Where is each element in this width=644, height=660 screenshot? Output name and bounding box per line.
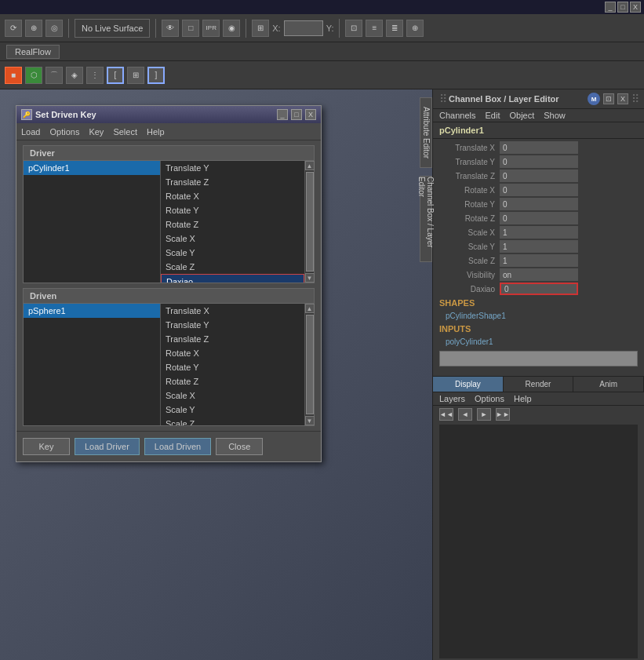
- driven-attr-list[interactable]: Translate X Translate Y Translate Z Rota…: [161, 304, 304, 425]
- key-button[interactable]: Key: [23, 438, 70, 455]
- tab-display[interactable]: Display: [433, 377, 504, 392]
- layer-icon-4[interactable]: ►►: [496, 408, 510, 421]
- driver-attr-rotate-x[interactable]: Rotate X: [161, 189, 304, 203]
- toolbar-icon-select[interactable]: ■: [5, 67, 22, 84]
- toolbar-icon-3[interactable]: ◎: [45, 20, 63, 37]
- layer-icon-1[interactable]: ◄◄: [439, 408, 453, 421]
- driven-attr-translate-x[interactable]: Translate X: [161, 304, 304, 318]
- driver-object-list[interactable]: pCylinder1: [24, 161, 161, 283]
- tab-render[interactable]: Render: [504, 377, 574, 392]
- driven-scroll-up[interactable]: ▲: [305, 304, 315, 313]
- sdk-menu-help[interactable]: Help: [147, 127, 165, 137]
- channel-rotate-x-value[interactable]: [500, 184, 578, 196]
- toolbar-icon-right3[interactable]: ≣: [386, 20, 403, 37]
- driver-attr-translate-y[interactable]: Translate Y: [161, 161, 304, 175]
- toolbar-icon-anim[interactable]: ⊞: [127, 67, 144, 84]
- toolbar-icon-right4[interactable]: ⊕: [406, 20, 424, 37]
- driver-attr-rotate-y[interactable]: Rotate Y: [161, 203, 304, 217]
- layers-menu-help[interactable]: Help: [514, 394, 532, 403]
- driver-attr-rotate-z[interactable]: Rotate Z: [161, 217, 304, 232]
- driver-object-item[interactable]: pCylinder1: [24, 161, 160, 175]
- toolbar-icon-ipr[interactable]: IPR: [202, 20, 220, 37]
- channel-scale-x-value[interactable]: [500, 226, 578, 239]
- channel-daxiao-value[interactable]: [500, 283, 578, 295]
- close-button[interactable]: X: [630, 2, 641, 13]
- cb-menu-edit[interactable]: Edit: [485, 111, 500, 120]
- driver-attr-scale-y[interactable]: Scale Y: [161, 246, 304, 260]
- toolbar-icon-nurbs[interactable]: ⌒: [45, 67, 63, 84]
- driven-attr-scale-x[interactable]: Scale X: [161, 388, 304, 403]
- channel-scale-z-value[interactable]: [500, 254, 578, 267]
- minimize-button[interactable]: _: [605, 2, 616, 13]
- driven-attr-rotate-y[interactable]: Rotate Y: [161, 360, 304, 374]
- sdk-minimize-button[interactable]: _: [277, 109, 288, 120]
- sdk-menu-select[interactable]: Select: [113, 127, 137, 137]
- toolbar-icon-right2[interactable]: ≡: [366, 20, 383, 37]
- driver-attr-translate-z[interactable]: Translate Z: [161, 175, 304, 189]
- cb-close-cb-button[interactable]: X: [617, 93, 628, 104]
- tab-anim[interactable]: Anim: [573, 377, 644, 392]
- channel-rotate-z-value[interactable]: [500, 212, 578, 224]
- attribute-editor-tab[interactable]: Attribute Editor: [420, 97, 432, 168]
- channel-translate-x-value[interactable]: [500, 141, 578, 154]
- toolbar-icon-active2[interactable]: ]: [147, 67, 165, 84]
- inputs-item[interactable]: polyCylinder1: [433, 336, 644, 348]
- toolbar-icon-active[interactable]: [: [107, 67, 124, 84]
- load-driven-button[interactable]: Load Driven: [144, 438, 211, 455]
- close-dialog-button[interactable]: Close: [216, 438, 263, 455]
- driven-attr-translate-y[interactable]: Translate Y: [161, 318, 304, 332]
- shapes-item[interactable]: pCylinderShape1: [433, 310, 644, 322]
- channel-box-vertical-tab[interactable]: Channel Box / Layer Editor: [420, 176, 432, 262]
- cb-menu-object[interactable]: Object: [509, 111, 534, 120]
- live-surface-button[interactable]: No Live Surface: [75, 19, 150, 38]
- channel-translate-y-value[interactable]: [500, 155, 578, 168]
- x-input[interactable]: [284, 20, 323, 36]
- cb-menu-channels[interactable]: Channels: [439, 111, 475, 120]
- driver-scrollbar[interactable]: ▲ ▼: [304, 161, 314, 283]
- driven-attr-scale-z[interactable]: Scale Z: [161, 417, 304, 425]
- channel-scale-y-value[interactable]: [500, 240, 578, 253]
- toolbar-icon-deform[interactable]: ⋮: [86, 67, 104, 84]
- toolbar-icon-render[interactable]: 👁: [162, 20, 179, 37]
- driver-scroll-down[interactable]: ▼: [305, 273, 315, 283]
- driven-scroll-down[interactable]: ▼: [305, 416, 315, 425]
- channel-rotate-y-value[interactable]: [500, 198, 578, 210]
- cb-menu-show[interactable]: Show: [544, 111, 566, 120]
- driver-attr-list[interactable]: Translate Y Translate Z Rotate X Rotate …: [161, 161, 304, 283]
- driver-attr-daxiao[interactable]: Daxiao: [161, 274, 304, 283]
- toolbar-icon-cam[interactable]: □: [182, 20, 199, 37]
- sdk-menu-load[interactable]: Load: [21, 127, 40, 137]
- sdk-maximize-button[interactable]: □: [291, 109, 302, 120]
- sdk-close-button[interactable]: X: [305, 109, 316, 120]
- driven-object-list[interactable]: pSphere1: [24, 304, 161, 425]
- driven-object-item[interactable]: pSphere1: [24, 304, 160, 318]
- channel-visibility-value[interactable]: [500, 268, 578, 281]
- toolbar-icon-poly[interactable]: ⬡: [25, 67, 42, 84]
- channel-translate-z-value[interactable]: [500, 170, 578, 182]
- toolbar-icon-2[interactable]: ⊕: [25, 20, 42, 37]
- driven-scrollbar[interactable]: ▲ ▼: [304, 304, 314, 425]
- toolbar-icon-subdiv[interactable]: ◈: [66, 67, 83, 84]
- toolbar-icon-snap[interactable]: ◉: [223, 20, 240, 37]
- load-driver-button[interactable]: Load Driver: [75, 438, 140, 455]
- layer-icon-3[interactable]: ►: [477, 408, 491, 421]
- driven-attr-rotate-x[interactable]: Rotate X: [161, 346, 304, 360]
- driver-scroll-thumb[interactable]: [306, 172, 314, 272]
- driven-scroll-thumb[interactable]: [306, 315, 314, 414]
- toolbar-icon-right1[interactable]: ⊡: [345, 20, 362, 37]
- maximize-button[interactable]: □: [617, 2, 628, 13]
- toolbar-icon-grid[interactable]: ⊞: [252, 20, 269, 37]
- driven-attr-rotate-z[interactable]: Rotate Z: [161, 374, 304, 388]
- driver-scroll-up[interactable]: ▲: [305, 161, 315, 170]
- cb-expand-button[interactable]: ⊡: [603, 93, 614, 104]
- driven-attr-scale-y[interactable]: Scale Y: [161, 403, 304, 417]
- realflow-tab[interactable]: RealFlow: [6, 45, 60, 59]
- layer-icon-2[interactable]: ◄: [458, 408, 472, 421]
- driven-attr-translate-z[interactable]: Translate Z: [161, 332, 304, 346]
- sdk-menu-key[interactable]: Key: [89, 127, 104, 137]
- driver-attr-scale-z[interactable]: Scale Z: [161, 260, 304, 274]
- toolbar-icon-1[interactable]: ⟳: [5, 20, 22, 37]
- driver-attr-scale-x[interactable]: Scale X: [161, 232, 304, 246]
- sdk-menu-options[interactable]: Options: [49, 127, 79, 137]
- layers-menu-layers[interactable]: Layers: [439, 394, 465, 403]
